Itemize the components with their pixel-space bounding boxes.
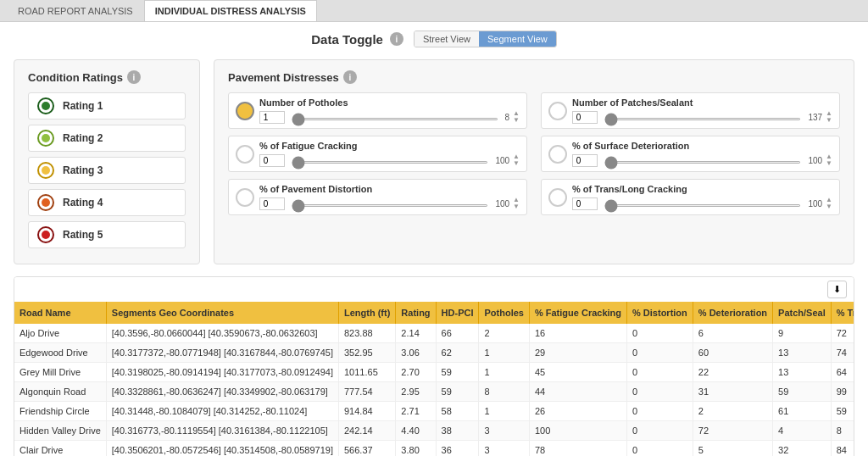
rating-item[interactable]: Rating 3 xyxy=(28,157,186,184)
rating-item[interactable]: Rating 5 xyxy=(28,221,186,248)
rating-circle-3 xyxy=(37,162,54,179)
table-cell: 1011.65 xyxy=(338,363,395,382)
table-cell: Edgewood Drive xyxy=(14,343,106,363)
distress-slider-4[interactable] xyxy=(292,204,488,207)
distress-max-label-4: 100 xyxy=(495,199,509,209)
distress-max-label-3: 100 xyxy=(808,156,822,165)
distress-circle-2[interactable] xyxy=(236,145,254,164)
distress-circle-3[interactable] xyxy=(548,145,567,164)
distress-circle-4[interactable] xyxy=(236,188,254,207)
table-cell: 1 xyxy=(479,343,529,363)
segment-view-button[interactable]: Segment View xyxy=(479,31,556,47)
table-cell: 0 xyxy=(627,421,693,441)
table-cell: 74 xyxy=(831,343,854,363)
table-cell: 13 xyxy=(773,363,832,382)
distress-spinner-5[interactable]: ▲▼ xyxy=(826,197,832,210)
distress-spinner-3[interactable]: ▲▼ xyxy=(826,153,832,167)
table-cell: Algonquin Road xyxy=(14,382,106,402)
table-cell: 72 xyxy=(831,324,854,343)
table-cell: 78 xyxy=(529,441,626,457)
distress-controls-4: 100 ▲▼ xyxy=(259,197,520,210)
table-cell: 84 xyxy=(831,441,854,457)
rating-circle-5 xyxy=(37,226,54,243)
table-cell: 2.95 xyxy=(396,382,436,402)
rating-label-5: Rating 5 xyxy=(63,229,103,241)
table-col-header: Road Name xyxy=(14,302,106,324)
data-toggle-info-icon[interactable]: i xyxy=(390,32,403,46)
table-col-header: % Trans/Long xyxy=(831,302,854,324)
distress-spinner-4[interactable]: ▲▼ xyxy=(513,197,520,210)
table-col-header: Potholes xyxy=(479,302,529,324)
table-cell: 32 xyxy=(773,441,832,457)
table-cell: 8 xyxy=(831,421,854,441)
distress-name-2: % of Fatigue Cracking xyxy=(259,141,520,151)
distress-slider-1[interactable] xyxy=(604,118,801,120)
distress-input-0[interactable] xyxy=(259,111,285,124)
distress-item: % of Fatigue Cracking 100 ▲▼ xyxy=(228,136,527,172)
rating-dot-2 xyxy=(42,134,50,142)
table-cell: 8 xyxy=(479,382,529,402)
distress-spinner-0[interactable]: ▲▼ xyxy=(513,110,520,124)
table-col-header: Rating xyxy=(396,302,436,324)
table-cell: 823.88 xyxy=(338,324,395,343)
table-cell: 777.54 xyxy=(338,382,395,402)
distress-slider-3[interactable] xyxy=(604,161,801,164)
distress-slider-2[interactable] xyxy=(292,161,488,164)
distress-input-2[interactable] xyxy=(259,154,285,167)
table-cell: 64 xyxy=(831,363,854,382)
distress-slider-5[interactable] xyxy=(604,204,801,207)
distress-spinner-1[interactable]: ▲▼ xyxy=(826,110,832,124)
table-cell: [40.3198025,-80.0914194] [40.3177073,-80… xyxy=(106,363,338,382)
table-cell: 1 xyxy=(479,402,529,421)
table-cell: 29 xyxy=(529,343,626,363)
table-cell: 3.80 xyxy=(396,441,436,457)
distress-circle-0[interactable] xyxy=(236,102,254,120)
pavement-distresses-info-icon[interactable]: i xyxy=(343,70,357,84)
rating-item[interactable]: Rating 1 xyxy=(28,92,186,120)
table-cell: 4.40 xyxy=(396,421,436,441)
table-cell: 0 xyxy=(627,402,693,421)
distress-input-4[interactable] xyxy=(259,197,285,210)
table-cell: 31 xyxy=(693,382,772,402)
distress-input-1[interactable] xyxy=(572,111,598,124)
distress-slider-track-4 xyxy=(288,197,492,209)
table-cell: 13 xyxy=(773,343,832,363)
rating-dot-4 xyxy=(42,198,50,207)
distress-max-label-2: 100 xyxy=(495,156,509,165)
distress-max-label-1: 137 xyxy=(808,113,822,122)
distress-circle-5[interactable] xyxy=(548,188,567,207)
rating-circle-2 xyxy=(37,130,54,147)
table-cell: [40.31448,-80.1084079] [40.314252,-80.11… xyxy=(106,402,338,421)
rating-list: Rating 1 Rating 2 Rating 3 Rating 4 Rati… xyxy=(28,92,186,248)
table-row: Friendship Circle[40.31448,-80.1084079] … xyxy=(14,402,854,421)
distress-spinner-2[interactable]: ▲▼ xyxy=(513,153,520,167)
distress-name-0: Number of Potholes xyxy=(259,97,520,108)
table-cell: 9 xyxy=(773,324,832,343)
distress-controls-3: 100 ▲▼ xyxy=(572,153,832,167)
rating-item[interactable]: Rating 4 xyxy=(28,189,186,216)
table-cell: 59 xyxy=(773,382,832,402)
download-button[interactable]: ⬇ xyxy=(827,281,847,298)
distress-slider-0[interactable] xyxy=(292,118,498,120)
table-row: Algonquin Road[40.3328861,-80.0636247] [… xyxy=(14,382,854,402)
table-col-header: % Deterioration xyxy=(693,302,772,324)
distress-circle-1[interactable] xyxy=(548,102,567,120)
rating-label-4: Rating 4 xyxy=(63,197,103,209)
condition-ratings-panel: Condition Ratings i Rating 1 Rating 2 Ra… xyxy=(14,59,200,264)
tab-individual-distress[interactable]: INDIVIDUAL DISTRESS ANALYSIS xyxy=(144,0,317,21)
rating-item[interactable]: Rating 2 xyxy=(28,125,186,152)
tab-road-report[interactable]: ROAD REPORT ANALYSIS xyxy=(7,0,144,21)
distress-item: % of Trans/Long Cracking 100 ▲▼ xyxy=(541,179,840,215)
distress-input-5[interactable] xyxy=(572,197,598,210)
table-cell: 100 xyxy=(529,421,626,441)
street-view-button[interactable]: Street View xyxy=(415,31,479,47)
data-table: Road NameSegments Geo CoordinatesLength … xyxy=(14,302,854,456)
table-cell: 4 xyxy=(773,421,832,441)
table-cell: 58 xyxy=(436,402,479,421)
condition-ratings-info-icon[interactable]: i xyxy=(127,70,141,84)
table-cell: 60 xyxy=(693,343,772,363)
table-cell: 5 xyxy=(693,441,772,457)
distress-input-3[interactable] xyxy=(572,154,598,167)
data-toggle-row: Data Toggle i Street View Segment View xyxy=(14,31,854,47)
table-cell: 0 xyxy=(627,382,693,402)
